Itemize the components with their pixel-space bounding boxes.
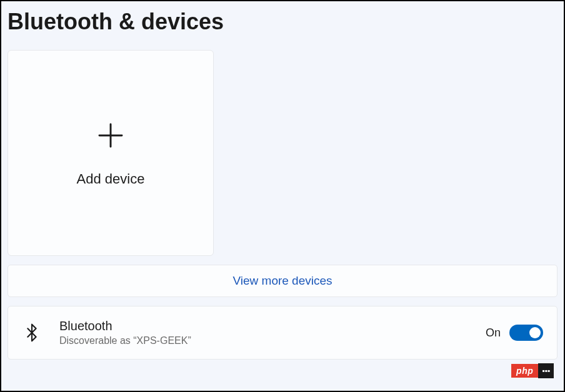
bluetooth-subtitle: Discoverable as “XPS-GEEK” [59, 334, 486, 348]
toggle-thumb [529, 327, 541, 338]
bluetooth-text-group: Bluetooth Discoverable as “XPS-GEEK” [59, 318, 486, 348]
bluetooth-state-label: On [486, 326, 501, 340]
bluetooth-toggle-group: On [486, 325, 543, 341]
bluetooth-title: Bluetooth [59, 318, 486, 334]
bluetooth-row: Bluetooth Discoverable as “XPS-GEEK” On [8, 306, 558, 360]
watermark: php ▪▪▪ [511, 363, 554, 378]
add-device-label: Add device [77, 171, 145, 187]
add-device-card[interactable]: Add device [8, 50, 214, 256]
watermark-text: php [511, 364, 538, 378]
bluetooth-toggle[interactable] [509, 325, 543, 341]
view-more-devices-button[interactable]: View more devices [8, 265, 558, 297]
plus-icon [94, 119, 128, 152]
bluetooth-icon [22, 323, 42, 343]
watermark-tail: ▪▪▪ [538, 363, 554, 378]
page-title: Bluetooth & devices [8, 9, 558, 35]
